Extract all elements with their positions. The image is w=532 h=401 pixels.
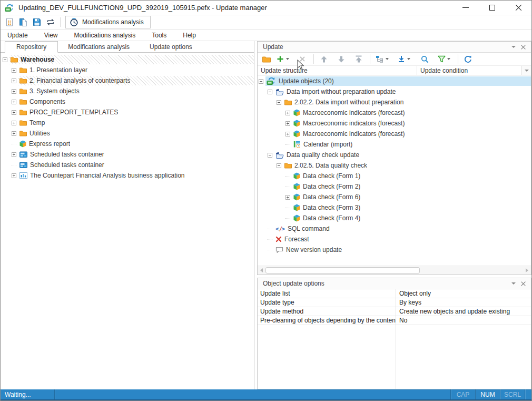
tree-item[interactable]: Calendar (import): [292, 140, 531, 149]
tree-item[interactable]: Data check (Form 6): [292, 192, 531, 202]
tab-update-options[interactable]: Update options: [140, 42, 202, 52]
property-value[interactable]: Create new objects and update existing: [396, 308, 531, 315]
tree-view-button[interactable]: [375, 53, 385, 65]
expand-plus-icon[interactable]: [12, 110, 16, 115]
tree-item[interactable]: Data check (Form 3): [292, 203, 531, 212]
property-row-update-type[interactable]: Update typeBy keys: [258, 298, 531, 307]
tree-item[interactable]: Macroeconomic indicators (forecast): [292, 129, 531, 139]
tree-item[interactable]: Data check (Form 2): [292, 182, 531, 191]
tree-item[interactable]: Express report: [18, 139, 254, 149]
collapse-minus-icon[interactable]: [277, 163, 281, 168]
tree-row-data-check-form-6[interactable]: Data check (Form 6): [258, 192, 531, 202]
column-update-condition[interactable]: Update condition: [417, 66, 521, 75]
tree-row-new-version-update[interactable]: New version update: [258, 244, 531, 255]
tree-item[interactable]: The Countepart Financial Analysis busine…: [18, 171, 254, 180]
tree-item[interactable]: Macroeconomic indicators (forecast): [292, 119, 531, 128]
tree-item[interactable]: 3. System objects: [18, 86, 254, 96]
collapse-minus-icon[interactable]: [268, 90, 272, 94]
menu-view[interactable]: View: [38, 32, 64, 39]
tree-row-update-objects-20[interactable]: Update objects (20): [258, 76, 531, 86]
horizontal-scrollbar[interactable]: [258, 266, 531, 275]
tree-item[interactable]: Update objects (20): [265, 76, 531, 86]
menu-tools[interactable]: Tools: [146, 32, 172, 39]
search-button[interactable]: [419, 53, 430, 65]
expand-plus-icon[interactable]: [12, 79, 16, 83]
collapse-minus-icon[interactable]: [3, 57, 7, 62]
tree-item[interactable]: 1. Presentation layer: [18, 65, 254, 75]
property-value[interactable]: By keys: [396, 299, 531, 306]
open-folder-button[interactable]: [261, 53, 272, 65]
scrollbar-thumb[interactable]: [265, 267, 420, 273]
property-value[interactable]: Object only: [396, 290, 531, 297]
save-button[interactable]: [30, 16, 44, 28]
filter-button[interactable]: [436, 53, 447, 65]
filter-dropdown-icon[interactable]: [447, 58, 450, 60]
property-row-update-list[interactable]: Update listObject only: [258, 289, 531, 298]
expand-plus-icon[interactable]: [12, 68, 16, 73]
tree-row-macroeconomic-indicators-forecast[interactable]: Macroeconomic indicators (forecast): [258, 107, 531, 118]
tree-item[interactable]: Data check (Form 4): [292, 213, 531, 223]
tree-row-scheduled-tasks-container[interactable]: Scheduled tasks container: [1, 149, 254, 160]
delete-button[interactable]: [297, 53, 308, 65]
sync-button[interactable]: [44, 16, 57, 28]
tree-row-scheduled-tasks-container[interactable]: Scheduled tasks container: [1, 160, 254, 170]
tree-row-3-system-objects[interactable]: 3. System objects: [1, 86, 254, 96]
tree-row-data-check-form-2[interactable]: Data check (Form 2): [258, 181, 531, 192]
tree-row-warehouse[interactable]: Warehouse: [1, 54, 254, 65]
tree-row-data-check-form-3[interactable]: Data check (Form 3): [258, 202, 531, 213]
collapse-minus-icon[interactable]: [277, 100, 281, 105]
tree-item[interactable]: Scheduled tasks container: [18, 160, 254, 170]
scroll-left-button[interactable]: [258, 267, 265, 275]
panel-close-button[interactable]: [518, 279, 528, 288]
tree-item[interactable]: Data import without preparation update: [274, 87, 531, 96]
move-top-button[interactable]: [353, 53, 364, 65]
maximize-button[interactable]: [486, 3, 498, 13]
tree-item[interactable]: PROC_REPORT_TEMPLATES: [18, 107, 254, 117]
tree-row-data-check-form-1[interactable]: Data check (Form 1): [258, 171, 531, 181]
add-button[interactable]: [275, 53, 285, 65]
menu-modifications-analysis[interactable]: Modifications analysis: [68, 32, 142, 39]
tree-item[interactable]: Macroeconomic indicators (forecast): [292, 108, 531, 118]
property-value[interactable]: No: [396, 317, 531, 324]
tree-row-temp[interactable]: Temp: [1, 118, 254, 128]
tree-item[interactable]: Utilities: [18, 129, 254, 138]
menu-help[interactable]: Help: [177, 32, 202, 39]
scrollbar-track[interactable]: [265, 266, 523, 275]
close-button[interactable]: [513, 3, 524, 13]
tree-row-macroeconomic-indicators-forecast[interactable]: Macroeconomic indicators (forecast): [258, 129, 531, 139]
copy-button[interactable]: [16, 16, 30, 28]
tree-item[interactable]: Components: [18, 97, 254, 106]
expand-plus-icon[interactable]: [12, 121, 16, 125]
move-down-button[interactable]: [336, 53, 347, 65]
minimize-button[interactable]: [460, 3, 471, 13]
expand-plus-icon[interactable]: [285, 111, 290, 115]
tree-row-data-import-without-preparation-update[interactable]: Data import without preparation update: [258, 86, 531, 97]
tree-row-calendar-import[interactable]: Calendar (import): [258, 139, 531, 150]
tree-item[interactable]: 2.02.2. Data import without preparation: [283, 97, 531, 107]
tree-item[interactable]: Temp: [18, 118, 254, 128]
refresh-button[interactable]: [462, 53, 473, 65]
tree-item[interactable]: Data quality check update: [274, 150, 531, 160]
tree-row-proc-report-templates[interactable]: PROC_REPORT_TEMPLATES: [1, 107, 254, 118]
tree-item[interactable]: Data check (Form 1): [292, 171, 531, 181]
expand-plus-icon[interactable]: [12, 152, 16, 157]
expand-plus-icon[interactable]: [12, 173, 16, 178]
property-row-update-method[interactable]: Update methodCreate new objects and upda…: [258, 307, 531, 316]
expand-plus-icon[interactable]: [285, 121, 290, 126]
collapse-minus-icon[interactable]: [268, 153, 272, 158]
menu-update[interactable]: Update: [2, 32, 34, 39]
panel-close-button[interactable]: [518, 43, 528, 51]
tree-row-components[interactable]: Components: [1, 96, 254, 107]
download-button[interactable]: [396, 53, 407, 65]
tree-row-sql-command[interactable]: </>SQL command: [258, 223, 531, 234]
tab-modifications-analysis[interactable]: Modifications analysis: [58, 42, 140, 52]
tree-row-macroeconomic-indicators-forecast[interactable]: Macroeconomic indicators (forecast): [258, 118, 531, 129]
expand-plus-icon[interactable]: [12, 100, 16, 104]
panel-menu-button[interactable]: [509, 279, 518, 288]
expand-plus-icon[interactable]: [285, 132, 290, 136]
expand-plus-icon[interactable]: [12, 89, 16, 94]
expand-plus-icon[interactable]: [285, 195, 290, 200]
tree-item[interactable]: </>SQL command: [274, 224, 531, 233]
tree-row-utilities[interactable]: Utilities: [1, 128, 254, 139]
column-options-button[interactable]: [521, 66, 531, 75]
